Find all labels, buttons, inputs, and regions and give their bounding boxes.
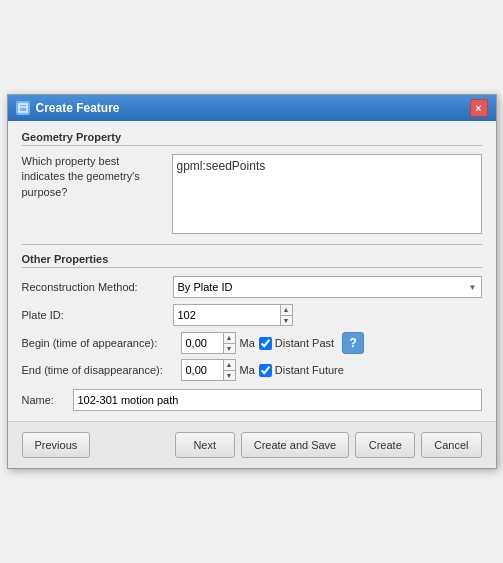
reconstruction-method-row: Reconstruction Method: By Plate ID ▼ — [22, 276, 482, 298]
name-row: Name: — [22, 389, 482, 411]
geometry-row: Which property best indicates the geomet… — [22, 154, 482, 234]
create-feature-dialog: Create Feature × Geometry Property Which… — [7, 94, 497, 469]
begin-time-row: Begin (time of appearance): ▲ ▼ Ma Dista… — [22, 332, 482, 354]
end-distant-future-checkbox[interactable] — [259, 364, 272, 377]
end-distant-future-text: Distant Future — [275, 364, 344, 376]
button-bar: Previous Next Create and Save Create Can… — [8, 421, 496, 468]
plate-id-spinbox[interactable]: ▲ ▼ — [173, 304, 293, 326]
window-title: Create Feature — [36, 101, 120, 115]
close-button[interactable]: × — [470, 99, 488, 117]
geometry-header: Geometry Property — [22, 131, 482, 146]
begin-time-input[interactable] — [182, 335, 223, 351]
begin-time-down-arrow[interactable]: ▼ — [224, 344, 235, 354]
end-time-arrows: ▲ ▼ — [223, 360, 235, 380]
geometry-label: Which property best indicates the geomet… — [22, 154, 162, 200]
svg-rect-0 — [19, 104, 27, 112]
end-ma-label: Ma — [240, 364, 255, 376]
title-bar-left: Create Feature — [16, 101, 120, 115]
window-icon — [16, 101, 30, 115]
end-time-row: End (time of disappearance): ▲ ▼ Ma Dist… — [22, 359, 482, 381]
plate-id-down-arrow[interactable]: ▼ — [281, 316, 292, 326]
create-button[interactable]: Create — [355, 432, 415, 458]
end-time-up-arrow[interactable]: ▲ — [224, 360, 235, 371]
begin-distant-past-checkbox[interactable] — [259, 337, 272, 350]
previous-button[interactable]: Previous — [22, 432, 91, 458]
plate-id-input[interactable] — [174, 307, 280, 323]
next-button[interactable]: Next — [175, 432, 235, 458]
plate-id-up-arrow[interactable]: ▲ — [281, 305, 292, 316]
plate-id-row: Plate ID: ▲ ▼ — [22, 304, 482, 326]
begin-ma-label: Ma — [240, 337, 255, 349]
end-time-down-arrow[interactable]: ▼ — [224, 371, 235, 381]
end-distant-future-label[interactable]: Distant Future — [259, 364, 344, 377]
name-label: Name: — [22, 394, 67, 406]
end-time-label: End (time of disappearance): — [22, 364, 177, 376]
other-section: Other Properties Reconstruction Method: … — [22, 244, 482, 411]
title-bar: Create Feature × — [8, 95, 496, 121]
reconstruction-method-label: Reconstruction Method: — [22, 281, 167, 293]
begin-distant-past-label[interactable]: Distant Past — [259, 337, 334, 350]
reconstruction-method-combo[interactable]: By Plate ID ▼ — [173, 276, 482, 298]
geometry-section: Geometry Property Which property best in… — [22, 131, 482, 234]
end-time-input[interactable] — [182, 362, 223, 378]
combo-arrow-icon: ▼ — [469, 283, 477, 292]
create-and-save-button[interactable]: Create and Save — [241, 432, 350, 458]
other-header: Other Properties — [22, 253, 482, 268]
dialog-content: Geometry Property Which property best in… — [8, 121, 496, 421]
begin-time-arrows: ▲ ▼ — [223, 333, 235, 353]
begin-distant-past-text: Distant Past — [275, 337, 334, 349]
name-input[interactable] — [73, 389, 482, 411]
begin-time-up-arrow[interactable]: ▲ — [224, 333, 235, 344]
geometry-textarea[interactable]: gpml:seedPoints — [172, 154, 482, 234]
end-time-spinbox[interactable]: ▲ ▼ — [181, 359, 236, 381]
plate-id-label: Plate ID: — [22, 309, 167, 321]
begin-time-label: Begin (time of appearance): — [22, 337, 177, 349]
help-button[interactable]: ? — [342, 332, 364, 354]
cancel-button[interactable]: Cancel — [421, 432, 481, 458]
plate-id-arrows: ▲ ▼ — [280, 305, 292, 325]
reconstruction-method-value: By Plate ID — [178, 281, 233, 293]
begin-time-spinbox[interactable]: ▲ ▼ — [181, 332, 236, 354]
